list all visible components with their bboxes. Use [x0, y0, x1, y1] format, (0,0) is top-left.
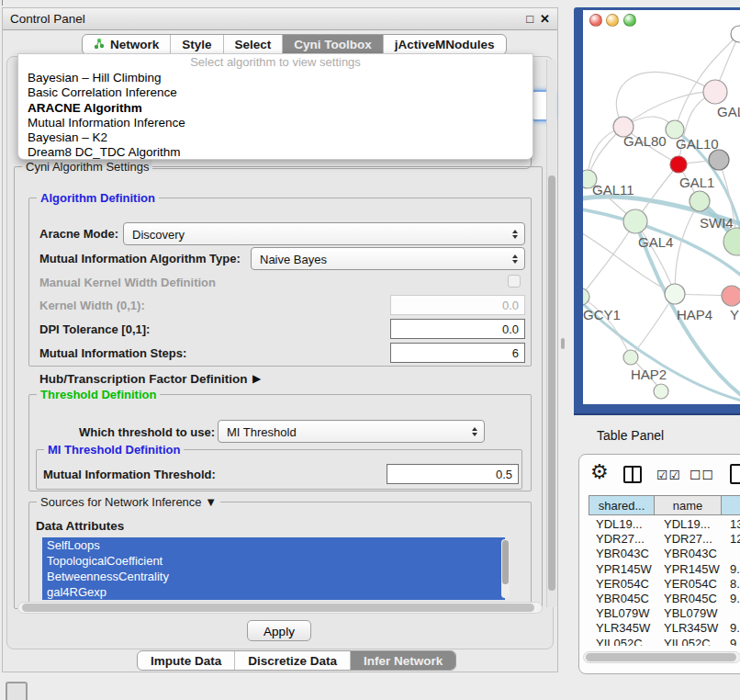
tab-label: jActiveMNodules: [395, 38, 495, 51]
network-node[interactable]: [623, 209, 647, 233]
tab-cyni-toolbox[interactable]: Cyni Toolbox: [283, 35, 384, 54]
table-cell: YER054C: [596, 577, 649, 592]
data-attributes-list[interactable]: SelfLoopsTopologicalCoefficientBetweenne…: [42, 537, 505, 600]
table-cell: YDL19...: [596, 517, 643, 532]
unchecked-boxes-icon[interactable]: ☐☐: [690, 468, 714, 482]
tab-label: Impute Data: [151, 654, 221, 668]
sources-title[interactable]: Sources for Network Inference ▼: [37, 495, 220, 509]
network-node[interactable]: [654, 384, 668, 399]
network-node[interactable]: [703, 80, 727, 104]
table-row[interactable]: YER054CYER054C8.: [585, 577, 740, 592]
table-row[interactable]: YBR043CYBR043C: [585, 547, 740, 561]
scrollbar-thumb[interactable]: [502, 540, 509, 584]
table-row[interactable]: YIL052CYIL052C9.: [585, 637, 740, 647]
network-node[interactable]: [722, 286, 740, 306]
mi-steps-field[interactable]: 6: [390, 343, 525, 363]
mac-close-icon[interactable]: [589, 14, 602, 27]
checked-boxes-icon[interactable]: ☑☑: [656, 468, 681, 482]
attribute-item[interactable]: gal4RGexp: [42, 584, 505, 600]
mi-steps-label: Mutual Information Steps:: [39, 346, 186, 360]
tab-infer-network[interactable]: Infer Network: [351, 651, 455, 670]
table-cell: 8.: [730, 577, 740, 592]
tab-discretize-data[interactable]: Discretize Data: [235, 651, 351, 670]
group-title: Cyni Algorithm Settings: [22, 160, 152, 174]
mi-algorithm-type-combobox[interactable]: Naive Bayes: [251, 247, 525, 270]
dropdown-item[interactable]: Dream8 DC_TDC Algorithm: [18, 145, 533, 160]
tab-select[interactable]: Select: [224, 35, 284, 54]
tab-label: Infer Network: [364, 654, 443, 668]
algorithm-definition-title: Algorithm Definition: [37, 191, 159, 205]
network-view-window[interactable]: GALGAL80GAL10GAL1SWI4GAL11GAL4GCY1HAP4YH…: [574, 7, 740, 415]
table-row[interactable]: YBL079WYBL079W: [585, 606, 740, 621]
document-icon[interactable]: [730, 464, 740, 484]
network-node[interactable]: [623, 350, 638, 365]
table-row[interactable]: YDL19...YDL19...13: [585, 517, 740, 532]
network-node-label: GAL4: [638, 234, 673, 250]
table-row[interactable]: YBR045CYBR045C9.: [585, 592, 740, 606]
float-window-icon[interactable]: □: [526, 12, 533, 26]
network-node-label: GCY1: [583, 307, 621, 322]
dropdown-item[interactable]: ARACNE Algorithm: [18, 101, 533, 116]
network-canvas[interactable]: GALGAL80GAL10GAL1SWI4GAL11GAL4GCY1HAP4YH…: [583, 10, 740, 404]
panel-divider-handle[interactable]: [561, 338, 565, 349]
network-node[interactable]: [670, 156, 687, 173]
network-node[interactable]: [731, 26, 740, 42]
mac-minimize-icon[interactable]: [606, 14, 619, 27]
scrollbar-thumb[interactable]: [548, 175, 555, 591]
collapsed-arrow-icon[interactable]: ▶: [252, 372, 261, 385]
hub-section-label[interactable]: Hub/Transcription Factor Definition: [39, 372, 248, 386]
column-header-name[interactable]: name: [654, 495, 722, 515]
attributes-list-scrollbar[interactable]: [501, 539, 510, 598]
threshold-definition-title: Threshold Definition: [37, 388, 160, 401]
gear-icon[interactable]: ⚙: [590, 460, 609, 484]
column-header-shared-name[interactable]: shared...: [589, 495, 655, 515]
which-threshold-combobox[interactable]: MI Threshold: [218, 420, 485, 443]
table-row[interactable]: YDR27...YDR27...12: [585, 532, 740, 547]
tab-style[interactable]: Style: [171, 35, 223, 54]
attribute-item[interactable]: TopologicalCoefficient: [42, 553, 505, 569]
network-node[interactable]: [690, 191, 710, 211]
manual-kernel-checkbox[interactable]: [508, 275, 521, 288]
column-header-partial[interactable]: [721, 495, 740, 515]
close-window-icon[interactable]: ✕: [540, 12, 550, 26]
dropdown-item[interactable]: Basic Correlation Inference: [18, 85, 533, 100]
mac-zoom-icon[interactable]: [623, 14, 636, 27]
settings-vertical-scrollbar[interactable]: [546, 60, 556, 607]
table-horizontal-scrollbar[interactable]: [583, 651, 740, 663]
network-edge: [583, 221, 635, 297]
dpi-tolerance-field[interactable]: 0.0: [390, 319, 525, 339]
tab-network[interactable]: Network: [83, 35, 171, 54]
table-cell: YBL079W: [596, 606, 650, 621]
combobox-spinner-icon: [512, 223, 518, 244]
kernel-width-field[interactable]: 0.0: [390, 295, 525, 315]
network-node[interactable]: [709, 150, 729, 170]
table-cell: YDR27...: [664, 532, 712, 547]
mi-threshold-field[interactable]: 0.5: [387, 464, 519, 484]
apply-button[interactable]: Apply: [247, 620, 311, 641]
aracne-mode-combobox[interactable]: Discovery: [123, 222, 525, 245]
tab-label: Network: [110, 38, 159, 51]
table-row[interactable]: YLR345WYLR345W9.: [585, 621, 740, 636]
table-cell: YDL19...: [664, 517, 711, 532]
scrollbar-thumb[interactable]: [586, 653, 736, 661]
dropdown-item[interactable]: Bayesian – Hill Climbing: [18, 71, 533, 85]
expanded-arrow-icon[interactable]: ▼: [205, 495, 217, 509]
tab-jactivemnodules[interactable]: jActiveMNodules: [384, 35, 506, 54]
network-node-label: SWI4: [700, 215, 734, 231]
table-row[interactable]: YPR145WYPR145W9.: [585, 562, 740, 577]
table-cell: YBR043C: [664, 547, 717, 561]
minimized-panel-button[interactable]: [6, 682, 28, 700]
network-node[interactable]: [723, 228, 740, 255]
attribute-item[interactable]: BetweennessCentrality: [42, 569, 505, 584]
dropdown-prompt: Select algorithm to view settings: [18, 54, 533, 71]
dropdown-item[interactable]: Mutual Information Inference: [18, 116, 533, 130]
scrollbar-thumb[interactable]: [22, 604, 534, 612]
table-panel: ⚙ ☑☑ ☐☐ shared... name YDL19...YDL19...1…: [578, 454, 740, 674]
column-layout-icon[interactable]: [623, 466, 642, 483]
tab-impute-data[interactable]: Impute Data: [138, 651, 235, 670]
attribute-item[interactable]: SelfLoops: [42, 537, 505, 553]
network-node[interactable]: [665, 284, 685, 304]
settings-horizontal-scrollbar[interactable]: [17, 602, 543, 614]
combobox-value: Naive Bayes: [260, 253, 327, 266]
dropdown-item[interactable]: Bayesian – K2: [18, 130, 533, 145]
